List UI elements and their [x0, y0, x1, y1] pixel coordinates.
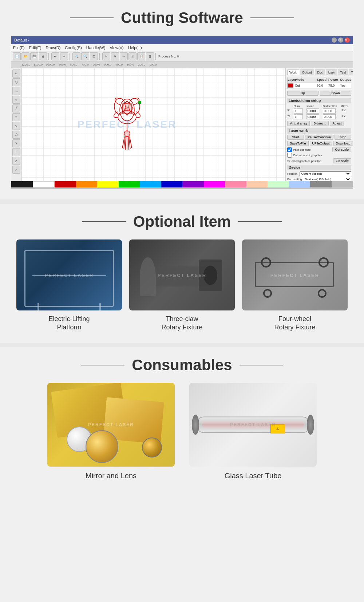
- sw-tb-redo[interactable]: ↪: [60, 52, 68, 60]
- sw-tool-cross[interactable]: ✕: [12, 157, 20, 165]
- sw-swatch-cyan[interactable]: [140, 181, 161, 187]
- sw-swatch-red[interactable]: [55, 181, 76, 187]
- sw-tb-move[interactable]: ✥: [111, 52, 119, 60]
- sw-device-select[interactable]: Device—(USB:Auto): [303, 177, 351, 181]
- sw-lc-x-disloc[interactable]: [323, 108, 336, 114]
- sw-lc-y-space[interactable]: [306, 114, 319, 119]
- sw-tab-work[interactable]: Work: [287, 70, 299, 75]
- sw-virtual-array-btn[interactable]: Virtual array: [287, 121, 310, 126]
- sw-tool-circle[interactable]: ○: [12, 96, 20, 104]
- sw-tb-select[interactable]: ↖: [102, 52, 110, 60]
- sw-cut-scale-btn[interactable]: Cut scale: [332, 147, 351, 152]
- sw-tool-text[interactable]: T: [12, 113, 20, 121]
- sw-menu-help[interactable]: Help(H): [128, 45, 142, 50]
- sw-tab-test[interactable]: Test: [338, 70, 348, 75]
- cutting-software-section: Cutting Software Default - − □ × File(F)…: [0, 0, 364, 199]
- sw-lc-x-space[interactable]: [306, 108, 319, 114]
- sw-menu-file[interactable]: File(F): [13, 45, 25, 50]
- sw-tb-paste[interactable]: 📋: [137, 52, 145, 60]
- sw-tool-node[interactable]: ⬡: [12, 78, 20, 86]
- sw-selected-graphics-row: Selected graphics position Go scale: [287, 158, 351, 163]
- sw-swatch-blue[interactable]: [161, 181, 183, 187]
- sw-tb-del[interactable]: 🗑: [146, 52, 154, 60]
- sw-tb-new[interactable]: 📄: [13, 52, 21, 60]
- svg-text:福: 福: [124, 105, 130, 111]
- header-line-right: [250, 17, 294, 18]
- wheel-tr: [318, 257, 329, 268]
- sw-swatch-purple[interactable]: [182, 181, 204, 187]
- sw-swatch-peach[interactable]: [246, 181, 268, 187]
- sw-ufile-btn[interactable]: UFileOutput: [310, 141, 332, 146]
- sw-swatch-gray[interactable]: [310, 181, 332, 187]
- sw-swatch-white[interactable]: [33, 181, 55, 187]
- sw-tool-rect[interactable]: ▭: [12, 87, 20, 95]
- sw-lc-y-label: Y:: [287, 114, 293, 119]
- sw-swatch-lightgreen[interactable]: [268, 181, 289, 187]
- sw-lc-x-num[interactable]: [294, 108, 303, 114]
- laser-tube-end-right: [307, 415, 314, 435]
- sw-tb-copy[interactable]: ⎘: [128, 52, 136, 60]
- sw-bidirec-btn[interactable]: Bidirec...: [311, 121, 329, 126]
- sw-close-btn[interactable]: ×: [345, 37, 350, 43]
- sw-menu-draw[interactable]: Draw(D): [46, 45, 60, 50]
- sw-position-select[interactable]: Current position: [300, 171, 351, 176]
- sw-tool-triangle[interactable]: △: [12, 166, 20, 174]
- sw-line-column-grid: Num space Dislocation Mirror X: HV Y: HV: [287, 104, 351, 119]
- sw-menu-config[interactable]: Config(S): [65, 45, 82, 50]
- sw-tab-doc[interactable]: Doc: [315, 70, 325, 75]
- sw-tb-open[interactable]: 📂: [21, 52, 29, 60]
- sw-stop-btn[interactable]: Stop: [335, 135, 351, 140]
- sw-statusbar: Welcome to use the Laser system of cutti…: [11, 187, 353, 189]
- sw-go-scale-btn[interactable]: Go scale: [333, 158, 351, 163]
- sw-swatch-magenta[interactable]: [204, 181, 225, 187]
- sw-menu-view[interactable]: View(V): [110, 45, 123, 50]
- separator-1: [0, 199, 364, 204]
- item-electric-lifting-image: PERFECT LASER: [16, 239, 122, 310]
- sw-menu-handle[interactable]: Handle(W): [86, 45, 106, 50]
- sw-up-btn[interactable]: Up: [287, 91, 318, 96]
- sw-tab-transform[interactable]: Trans: [349, 70, 353, 75]
- sw-swatch-lightblue[interactable]: [289, 181, 310, 187]
- sw-lc-y-disloc[interactable]: [323, 114, 336, 119]
- consumables-header-line-right: [240, 365, 283, 365]
- sw-lc-y-num[interactable]: [294, 114, 303, 119]
- sw-tab-output[interactable]: Output: [300, 70, 314, 75]
- sw-tb-fit[interactable]: ⊡: [90, 52, 98, 60]
- sw-tool-polygon[interactable]: ⬠: [12, 131, 20, 139]
- sw-tool-line[interactable]: ╱: [12, 104, 20, 112]
- sw-start-btn[interactable]: Start: [287, 135, 304, 140]
- sw-download-btn[interactable]: Download: [333, 141, 353, 146]
- sw-main-body: ↖ ⬡ ▭ ○ ╱ T ∿ ⬠ ✳ + ✕ △: [11, 68, 353, 181]
- sw-minimize-btn[interactable]: −: [332, 37, 337, 43]
- sw-swatch-pink[interactable]: [225, 181, 246, 187]
- sw-tool-fill[interactable]: ✳: [12, 139, 20, 147]
- sw-tool-bezier[interactable]: ∿: [12, 122, 20, 130]
- item-three-claw-label: Three-claw Rotary Fixture: [161, 315, 202, 332]
- sw-swatch-lightgray[interactable]: [332, 181, 353, 187]
- sw-tb-print[interactable]: 🖨: [39, 52, 47, 60]
- sw-swatch-black[interactable]: [11, 181, 33, 187]
- sw-tb-zoom-in[interactable]: 🔍: [72, 52, 80, 60]
- sw-adjust-btn[interactable]: Adjust: [330, 121, 344, 126]
- sw-maximize-btn[interactable]: □: [338, 37, 343, 43]
- sw-menu-edit[interactable]: Edit(E): [29, 45, 41, 50]
- sw-save-to-file-btn[interactable]: SaveToFile: [287, 141, 309, 146]
- sw-tb-undo[interactable]: ↩: [51, 52, 59, 60]
- sw-tool-pointer[interactable]: ↖: [12, 70, 20, 78]
- sw-swatch-orange[interactable]: [76, 181, 98, 187]
- sw-down-btn[interactable]: Down: [320, 91, 351, 96]
- sw-tb-save[interactable]: 💾: [30, 52, 38, 60]
- sw-tb-zoom-out[interactable]: 🔍: [81, 52, 89, 60]
- sw-pause-btn[interactable]: Pause/Continue: [305, 135, 333, 140]
- sw-output-graphics-check[interactable]: [287, 153, 292, 158]
- sw-tab-user[interactable]: User: [326, 70, 337, 75]
- sw-swatch-yellow[interactable]: [97, 181, 119, 187]
- sw-tb-cut[interactable]: ✂: [120, 52, 128, 60]
- sw-path-opt-check[interactable]: [287, 147, 292, 152]
- sw-swatch-green[interactable]: [119, 181, 140, 187]
- optional-item-title: Optional Item: [133, 213, 231, 230]
- sw-ruler-horizontal: 1200.0 1100.0 1000.0 900.0 800.0 700.0 6…: [11, 62, 353, 68]
- platform-enclosure: [24, 250, 114, 307]
- software-screenshot: Default - − □ × File(F) Edit(E) Draw(D) …: [11, 36, 353, 189]
- sw-tool-zoom[interactable]: +: [12, 148, 20, 156]
